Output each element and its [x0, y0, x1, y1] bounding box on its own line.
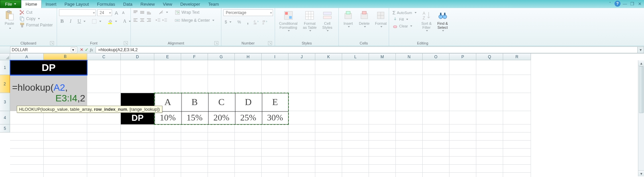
cell[interactable] — [208, 173, 235, 177]
cell[interactable] — [87, 173, 121, 177]
cell[interactable] — [476, 165, 503, 173]
col-header-A[interactable]: A — [10, 54, 44, 60]
cell[interactable] — [288, 124, 315, 132]
cell[interactable] — [315, 165, 342, 173]
cell[interactable] — [235, 124, 262, 132]
cell[interactable] — [315, 93, 342, 111]
cell[interactable] — [288, 111, 315, 124]
cell[interactable] — [396, 124, 423, 132]
cell[interactable] — [423, 124, 449, 132]
tab-review[interactable]: Review — [137, 0, 159, 8]
cell[interactable] — [342, 173, 369, 177]
cell[interactable] — [262, 149, 288, 157]
row-header-1[interactable]: 1 — [0, 60, 10, 75]
cell[interactable] — [315, 149, 342, 157]
cell[interactable] — [121, 173, 154, 177]
worksheet-grid[interactable]: ABCDEFGHIJKLMNOPQR 12345 DP=hlookup(A2,E… — [0, 54, 644, 177]
fill-color-button[interactable] — [106, 18, 118, 24]
paste-button[interactable]: Paste — [2, 9, 17, 31]
cell[interactable] — [449, 60, 476, 75]
file-tab[interactable]: File — [0, 0, 21, 8]
select-all-corner[interactable] — [0, 54, 10, 60]
cell[interactable] — [44, 149, 87, 157]
cell[interactable] — [288, 149, 315, 157]
close-icon[interactable]: ✕ — [637, 1, 643, 7]
cell[interactable] — [342, 149, 369, 157]
cell[interactable] — [396, 157, 423, 165]
cell[interactable] — [87, 132, 121, 141]
autosum-button[interactable]: ΣAutoSum — [391, 9, 418, 16]
cell[interactable] — [181, 75, 208, 93]
orientation-button[interactable]: ab — [157, 9, 169, 15]
cell[interactable] — [396, 60, 423, 75]
clear-button[interactable]: Clear — [391, 23, 418, 29]
cell[interactable] — [315, 157, 342, 165]
align-left-icon[interactable] — [133, 17, 138, 23]
cell[interactable] — [87, 75, 121, 93]
delete-cells-button[interactable]: Delete — [357, 9, 372, 28]
cell[interactable] — [423, 111, 449, 124]
cell[interactable] — [342, 132, 369, 141]
col-header-M[interactable]: M — [369, 54, 396, 60]
cell[interactable] — [396, 165, 423, 173]
cell[interactable] — [181, 132, 208, 141]
col-header-J[interactable]: J — [288, 54, 315, 60]
cell[interactable] — [288, 75, 315, 93]
cell[interactable] — [10, 149, 44, 157]
font-size-combo[interactable]: 24 — [97, 9, 112, 16]
cell[interactable] — [288, 173, 315, 177]
cell[interactable] — [181, 165, 208, 173]
col-header-P[interactable]: P — [449, 54, 476, 60]
cell[interactable] — [476, 132, 503, 141]
scroll-down-icon[interactable]: ▾ — [638, 170, 644, 176]
cell[interactable] — [208, 60, 235, 75]
cell[interactable] — [503, 165, 531, 173]
cell-styles-button[interactable]: Cell Styles — [320, 9, 335, 32]
cell[interactable] — [503, 75, 531, 93]
cell[interactable] — [396, 149, 423, 157]
cell[interactable] — [315, 60, 342, 75]
cell[interactable] — [423, 132, 449, 141]
cell[interactable] — [476, 93, 503, 111]
increase-decimal-icon[interactable]: .0.00 — [253, 19, 259, 25]
cell[interactable] — [396, 173, 423, 177]
cell[interactable] — [288, 93, 315, 111]
cell[interactable] — [423, 157, 449, 165]
cell[interactable] — [154, 173, 181, 177]
percent-button[interactable]: % — [236, 19, 243, 25]
col-header-K[interactable]: K — [315, 54, 342, 60]
cell[interactable] — [235, 173, 262, 177]
cell[interactable] — [121, 60, 154, 75]
tab-view[interactable]: View — [159, 0, 176, 8]
cell[interactable] — [10, 124, 44, 132]
cell[interactable] — [503, 141, 531, 149]
cell[interactable] — [235, 75, 262, 93]
col-header-N[interactable]: N — [396, 54, 423, 60]
cell[interactable] — [121, 149, 154, 157]
cell[interactable] — [121, 157, 154, 165]
cell[interactable] — [87, 111, 121, 124]
cell[interactable] — [449, 75, 476, 93]
cell[interactable] — [44, 157, 87, 165]
cell[interactable] — [449, 141, 476, 149]
cell[interactable] — [476, 124, 503, 132]
cell[interactable] — [44, 111, 87, 124]
col-header-L[interactable]: L — [342, 54, 369, 60]
row-header-5[interactable]: 5 — [0, 124, 10, 132]
scroll-up-icon[interactable]: ▴ — [638, 60, 644, 66]
shrink-font-button[interactable]: A — [121, 10, 126, 15]
cell[interactable] — [315, 75, 342, 93]
name-box[interactable]: DOLLAR ▾ — [10, 47, 77, 53]
col-header-H[interactable]: H — [235, 54, 262, 60]
insert-cells-button[interactable]: Insert — [341, 9, 356, 28]
cell[interactable] — [342, 157, 369, 165]
cell[interactable] — [449, 111, 476, 124]
cell[interactable] — [503, 124, 531, 132]
cell[interactable] — [449, 157, 476, 165]
cell[interactable] — [44, 141, 87, 149]
cell[interactable] — [235, 60, 262, 75]
row-header-3[interactable]: 3 — [0, 93, 10, 111]
cell[interactable] — [154, 75, 181, 93]
copy-button[interactable]: Copy — [18, 16, 54, 22]
row-header-4[interactable]: 4 — [0, 111, 10, 124]
